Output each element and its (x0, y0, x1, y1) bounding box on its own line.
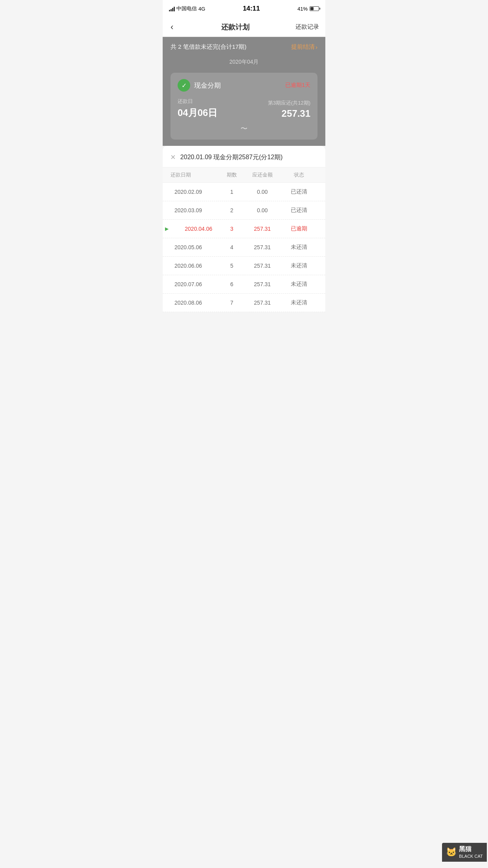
table-row: 2020.07.06 6 257.31 未还清 (163, 275, 325, 294)
loan-name-row: ✓ 现金分期 (178, 79, 221, 92)
carrier-label: 中国电信 (176, 5, 197, 12)
detail-header: × 2020.01.09 现金分期2587元(分12期) (163, 146, 325, 167)
detail-panel: × 2020.01.09 现金分期2587元(分12期) 还款日期 期数 应还金… (163, 146, 325, 312)
expand-icon[interactable]: 〜 (178, 124, 310, 133)
table-row: 2020.02.09 1 0.00 已还清 (163, 183, 325, 201)
cell-amount: 257.31 (244, 300, 281, 306)
cell-status: 已还清 (281, 188, 318, 195)
cell-period: 5 (220, 263, 244, 269)
signal-icon (169, 6, 175, 11)
cell-amount: 257.31 (244, 263, 281, 269)
repayment-table: 2020.02.09 1 0.00 已还清 2020.03.09 2 0.00 … (163, 183, 325, 312)
cell-date: 2020.08.06 (171, 300, 220, 306)
page-title: 还款计划 (221, 22, 250, 32)
table-row: 2020.06.06 5 257.31 未还清 (163, 257, 325, 275)
cell-amount: 0.00 (244, 207, 281, 213)
month-label: 2020年04月 (171, 59, 317, 66)
cell-period: 7 (220, 300, 244, 306)
status-right: 41% (297, 6, 319, 12)
cell-period: 4 (220, 244, 244, 250)
cell-status: 未还清 (281, 244, 318, 251)
cell-period: 3 (220, 226, 244, 232)
cell-amount: 0.00 (244, 189, 281, 195)
cell-amount: 257.31 (244, 244, 281, 250)
loan-name: 现金分期 (194, 81, 221, 90)
battery-icon (310, 6, 319, 11)
cell-status: 未还清 (281, 299, 318, 306)
repay-date-value: 04月06日 (178, 107, 217, 119)
detail-title: 2020.01.09 现金分期2587元(分12期) (180, 153, 283, 162)
table-row: 2020.05.06 4 257.31 未还清 (163, 238, 325, 257)
cell-date: 2020.06.06 (171, 263, 220, 269)
cell-amount: 257.31 (244, 281, 281, 287)
network-label: 4G (198, 6, 205, 12)
cell-amount: 257.31 (244, 226, 281, 232)
loan-card: ✓ 现金分期 已逾期1天 还款日 04月06日 第3期应还(共12期) 257.… (171, 73, 317, 140)
summary-text: 共 2 笔借款未还完(合计17期) (171, 43, 246, 51)
chevron-down-icon: 〜 (240, 125, 248, 132)
cell-status: 未还清 (281, 281, 318, 288)
battery-percent: 41% (297, 6, 308, 12)
status-bar: 中国电信 4G 14:11 41% (163, 0, 325, 17)
nav-bar: ‹ 还款计划 还款记录 (163, 17, 325, 37)
close-button[interactable]: × (171, 153, 176, 162)
summary-row: 共 2 笔借款未还完(合计17期) 提前结清 › (171, 43, 317, 51)
table-row: ▶ 2020.04.06 3 257.31 已逾期 (163, 220, 325, 238)
cell-period: 2 (220, 207, 244, 213)
status-left: 中国电信 4G (169, 5, 205, 12)
period-value: 257.31 (268, 108, 310, 119)
overdue-badge: 已逾期1天 (285, 82, 310, 89)
early-pay-button[interactable]: 提前结清 › (291, 43, 317, 51)
loan-detail-row: 还款日 04月06日 第3期应还(共12期) 257.31 (178, 98, 310, 119)
cell-date: 2020.04.06 (171, 226, 220, 232)
check-circle-icon: ✓ (178, 79, 190, 92)
loan-card-header: ✓ 现金分期 已逾期1天 (178, 79, 310, 92)
col-amount-header: 应还金额 (244, 171, 281, 178)
cell-date: 2020.03.09 (171, 207, 220, 213)
status-time: 14:11 (243, 5, 260, 13)
top-section: 共 2 笔借款未还完(合计17期) 提前结清 › 2020年04月 ✓ 现金分期… (163, 37, 325, 146)
cell-date: 2020.02.09 (171, 189, 220, 195)
cell-status: 已还清 (281, 207, 318, 214)
cell-status: 已逾期 (281, 225, 318, 232)
current-row-indicator: ▶ (165, 226, 169, 232)
table-row: 2020.03.09 2 0.00 已还清 (163, 201, 325, 220)
col-status-header: 状态 (281, 171, 318, 178)
cell-period: 1 (220, 189, 244, 195)
chevron-right-icon: › (316, 44, 317, 50)
cell-date: 2020.07.06 (171, 281, 220, 287)
cell-status: 未还清 (281, 262, 318, 269)
period-label: 第3期应还(共12期) (268, 99, 310, 107)
table-row: 2020.08.06 7 257.31 未还清 (163, 294, 325, 312)
cell-date: 2020.05.06 (171, 244, 220, 250)
repay-date-label: 还款日 (178, 98, 217, 105)
period-block: 第3期应还(共12期) 257.31 (268, 99, 310, 119)
col-period-header: 期数 (220, 171, 244, 178)
back-button[interactable]: ‹ (169, 20, 175, 34)
repay-records-button[interactable]: 还款记录 (295, 23, 319, 31)
early-pay-label: 提前结清 (291, 43, 315, 51)
repay-date-block: 还款日 04月06日 (178, 98, 217, 119)
table-header: 还款日期 期数 应还金额 状态 (163, 167, 325, 183)
col-date-header: 还款日期 (171, 171, 220, 178)
cell-period: 6 (220, 281, 244, 287)
